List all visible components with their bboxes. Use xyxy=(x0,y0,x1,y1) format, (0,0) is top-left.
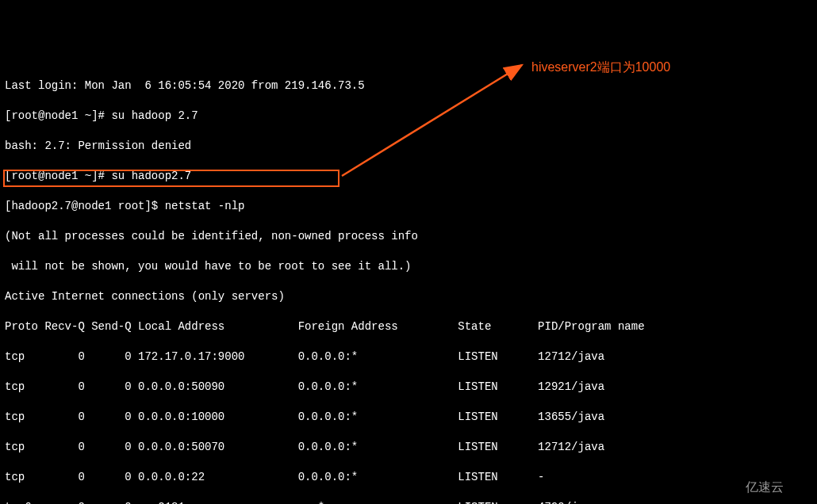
annotation-label: hiveserver2端口为10000 xyxy=(531,59,670,74)
netstat-row: tcp 0 0 0.0.0.0:50070 0.0.0.0:* LISTEN 1… xyxy=(5,440,812,455)
table-header: Proto Recv-Q Send-Q Local Address Foreig… xyxy=(5,319,812,334)
prompt-line: [hadoop2.7@node1 root]$ netstat -nlp xyxy=(5,199,812,214)
netstat-row-highlighted: tcp 0 0 0.0.0.0:10000 0.0.0.0:* LISTEN 1… xyxy=(5,410,812,425)
info-line: will not be shown, you would have to be … xyxy=(5,259,812,274)
netstat-row: tcp 0 0 0.0.0.0:50090 0.0.0.0:* LISTEN 1… xyxy=(5,380,812,395)
info-line: (Not all processes could be identified, … xyxy=(5,229,812,244)
error-line: bash: 2.7: Permission denied xyxy=(5,139,812,154)
login-banner: Last login: Mon Jan 6 16:05:54 2020 from… xyxy=(5,78,812,94)
cloud-logo-icon xyxy=(788,475,811,498)
section-header: Active Internet connections (only server… xyxy=(5,289,812,304)
prompt-line: [root@node1 ~]# su hadoop2.7 xyxy=(5,169,812,184)
netstat-row: tcp 0 0 172.17.0.17:9000 0.0.0.0:* LISTE… xyxy=(5,349,812,365)
watermark-text: 亿速云 xyxy=(746,479,784,494)
netstat-row: tcp 0 0 0.0.0.0:22 0.0.0.0:* LISTEN - xyxy=(5,470,812,485)
watermark: 亿速云 xyxy=(746,475,811,498)
prompt-line: [root@node1 ~]# su hadoop 2.7 xyxy=(5,109,812,124)
terminal-output[interactable]: Last login: Mon Jan 6 16:05:54 2020 from… xyxy=(0,60,817,504)
netstat-row: tcp6 0 0 :::2181 :::* LISTEN 4790/java xyxy=(5,500,812,504)
